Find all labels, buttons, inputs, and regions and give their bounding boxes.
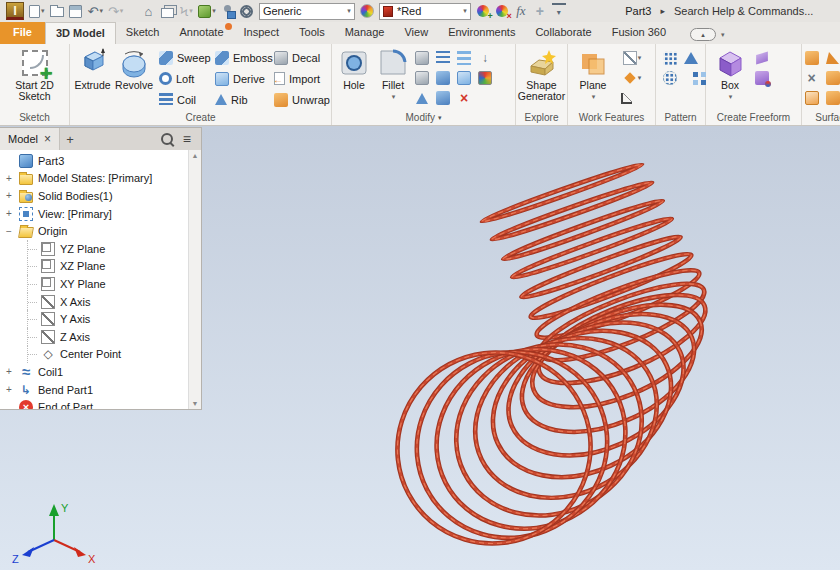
switch-windows-button[interactable] <box>160 3 174 19</box>
work-point-button[interactable]: ▾ <box>617 69 647 87</box>
panel-label-create-freeform[interactable]: Create Freeform <box>706 110 801 125</box>
work-ucs-button[interactable] <box>617 89 635 107</box>
tree-item-z-axis[interactable]: Z Axis <box>0 328 201 346</box>
sweep-button[interactable]: Sweep <box>156 47 210 68</box>
update-button[interactable]: Ϟ▾ <box>179 3 193 19</box>
tree-item-xz-plane[interactable]: XZ Plane <box>0 258 201 276</box>
tree-item-bend-part1[interactable]: +Bend Part1 <box>0 381 201 399</box>
tree-item-y-axis[interactable]: Y Axis <box>0 310 201 328</box>
stitch-button[interactable] <box>803 49 821 67</box>
thread-button[interactable] <box>434 49 452 67</box>
tree-item-center-point[interactable]: Center Point <box>0 346 201 364</box>
material-combo[interactable]: Generic▾ <box>259 3 355 20</box>
tree-item-coil1[interactable]: +Coil1 <box>0 363 201 381</box>
tree-item-end-of-part[interactable]: End of Part <box>0 398 201 409</box>
save-button[interactable] <box>69 3 83 19</box>
qat-add-button[interactable]: + <box>533 3 547 19</box>
panel-label-work-features[interactable]: Work Features <box>568 110 655 125</box>
expander-icon[interactable]: − <box>6 226 18 237</box>
tab-file[interactable]: File <box>0 22 45 44</box>
clear-appearance-button[interactable] <box>495 3 509 19</box>
shape-generator-button[interactable]: Shape Generator <box>518 47 566 103</box>
draft-button[interactable] <box>413 89 431 107</box>
tree-item-origin[interactable]: −Origin <box>0 222 201 240</box>
freeform-face-button[interactable] <box>753 49 771 67</box>
mirror-button[interactable] <box>682 49 700 67</box>
sculpt-button[interactable] <box>824 49 840 67</box>
material-browser-button[interactable]: ▾ <box>198 3 216 19</box>
loft-button[interactable]: Loft <box>156 68 210 89</box>
add-browser-tab-button[interactable]: + <box>60 132 80 147</box>
revolve-button[interactable]: Revolve <box>114 47 154 92</box>
tab-sketch[interactable]: Sketch <box>116 22 170 44</box>
user-profile-button[interactable] <box>221 3 235 19</box>
direct-edit-button[interactable] <box>476 49 494 67</box>
hole-button[interactable]: Hole <box>335 47 373 92</box>
expander-icon[interactable]: + <box>6 384 18 395</box>
fillet-button[interactable]: Fillet ▾ <box>375 47 411 103</box>
tab-tools[interactable]: Tools <box>289 22 335 44</box>
tab-fusion-360[interactable]: Fusion 360 <box>602 22 676 44</box>
panel-label-pattern[interactable]: Pattern <box>656 110 705 125</box>
inventor-logo[interactable]: I <box>6 2 24 20</box>
split-solid-button[interactable] <box>455 49 473 67</box>
scroll-up-icon[interactable]: ▲ <box>192 152 199 159</box>
tree-item-xy-plane[interactable]: XY Plane <box>0 275 201 293</box>
expander-icon[interactable]: + <box>6 366 18 377</box>
freeform-convert-button[interactable] <box>753 69 771 87</box>
unwrap-button[interactable]: Unwrap <box>271 89 328 110</box>
delete-face-button[interactable] <box>455 89 473 107</box>
work-axis-button[interactable]: ▾ <box>617 49 647 67</box>
panel-label-create[interactable]: Create <box>70 110 331 125</box>
freeform-box-button[interactable]: Box ▾ <box>709 47 751 103</box>
tree-item-part3[interactable]: Part3 <box>0 152 201 170</box>
trim-surface-button[interactable] <box>803 69 821 87</box>
tab-environments[interactable]: Environments <box>438 22 525 44</box>
start-2d-sketch-button[interactable]: Start 2D Sketch <box>4 47 66 103</box>
plane-button[interactable]: Plane ▾ <box>571 47 615 103</box>
tree-item-solid-bodies-1-[interactable]: +Solid Bodies(1) <box>0 187 201 205</box>
tree-item-view-primary-[interactable]: +View: [Primary] <box>0 205 201 223</box>
new-file-button[interactable]: ▾ <box>29 3 45 19</box>
appearance-wheel-button[interactable] <box>240 3 254 19</box>
menu-icon[interactable]: ≡ <box>183 131 191 147</box>
import-button[interactable]: Import <box>271 68 328 89</box>
tree-item-yz-plane[interactable]: YZ Plane <box>0 240 201 258</box>
undo-button[interactable]: ↶▾ <box>88 3 103 19</box>
decal-button[interactable]: Decal <box>271 47 328 68</box>
expander-icon[interactable]: + <box>6 208 18 219</box>
emboss-button[interactable]: Emboss <box>212 47 269 68</box>
appearance-combo[interactable]: *Red▾ <box>379 3 471 20</box>
thicken-offset-button[interactable] <box>434 89 452 107</box>
search-help-field[interactable]: Search Help & Commands... <box>674 5 834 17</box>
extend-surface-button[interactable] <box>824 69 840 87</box>
parameters-button[interactable]: fx <box>514 3 528 19</box>
copy-object-button[interactable] <box>455 69 473 87</box>
tab-collaborate[interactable]: Collaborate <box>525 22 601 44</box>
tab-3d-model[interactable]: 3D Model <box>45 22 116 44</box>
coil-button[interactable]: Coil <box>156 89 210 110</box>
home-view-button[interactable]: ⌂ <box>141 3 155 19</box>
tab-manage[interactable]: Manage <box>335 22 395 44</box>
shell-button[interactable] <box>413 69 431 87</box>
derive-button[interactable]: Derive <box>212 68 269 89</box>
rectangular-pattern-button[interactable] <box>661 49 679 67</box>
tab-inspect[interactable]: Inspect <box>234 22 289 44</box>
circular-pattern-button[interactable] <box>661 69 679 87</box>
combine-button[interactable] <box>434 69 452 87</box>
panel-label-sketch[interactable]: Sketch <box>0 110 69 125</box>
tab-view[interactable]: View <box>394 22 438 44</box>
redo-button[interactable]: ↷▾ <box>108 3 123 19</box>
open-button[interactable] <box>50 3 64 19</box>
tree-item-x-axis[interactable]: X Axis <box>0 293 201 311</box>
viewport[interactable]: Y X Z Model × + ≡ Part3+Model States: [P… <box>0 126 840 570</box>
panel-label-explore[interactable]: Explore <box>516 110 567 125</box>
tree-item-model-states-primary-[interactable]: +Model States: [Primary] <box>0 170 201 188</box>
panel-label-surface[interactable]: Surface <box>802 110 840 125</box>
expander-icon[interactable]: + <box>6 173 18 184</box>
close-icon[interactable]: × <box>44 132 51 146</box>
ribbon-collapse-button[interactable]: ▴ ▾ <box>690 28 725 41</box>
replace-face-button[interactable] <box>824 89 840 107</box>
tab-annotate[interactable]: Annotate <box>170 22 234 44</box>
adjust-appearance-button[interactable] <box>476 3 490 19</box>
